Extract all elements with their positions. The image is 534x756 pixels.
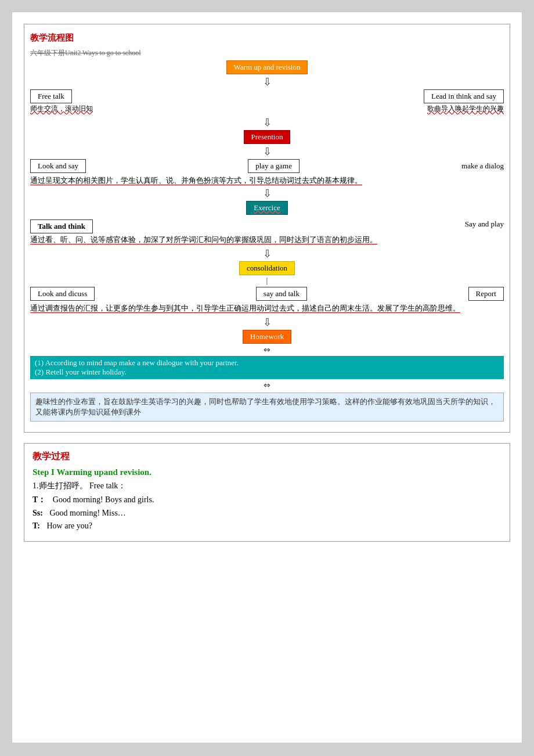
hw-item1-text: (1) According to mind map make a new dia… — [35, 358, 499, 368]
process-title: 教学过程 — [33, 451, 501, 463]
page: 教学流程图 六年级下册Unit2 Ways to go to school Wa… — [12, 12, 522, 743]
speaker-1: Ss: — [33, 509, 43, 517]
flowchart-title: 教学流程图 — [30, 33, 504, 44]
warm-up-box: Warm up and revision — [226, 60, 308, 74]
speaker-2: T: — [33, 521, 40, 530]
lead-in-box: Lead in think and say — [424, 89, 504, 103]
arrow2: ⇩ — [30, 116, 504, 129]
consolidation-desc-text: 通过调查报告的汇报，让更多的学生参与到其中，引导学生正确运用动词过去式，描述自己… — [30, 304, 460, 313]
arrow4: ⇩ — [30, 187, 504, 200]
hw-note-text: 趣味性的作业布置，旨在鼓励学生英语学习的兴趣，同时也帮助了学生有效地使用学习策略… — [35, 397, 496, 416]
consolidation-row: consolidation — [30, 261, 504, 275]
talk-think-box: Talk and think — [30, 219, 93, 233]
arrow1: ⇩ — [30, 75, 504, 88]
free-talk-desc: 师生交流，滚动旧知 — [30, 104, 93, 114]
homework-row: Homework — [30, 330, 504, 344]
flowchart-section: 教学流程图 六年级下册Unit2 Ways to go to school Wa… — [24, 24, 510, 433]
step1-title: Step I Warming upand revision. — [33, 467, 501, 477]
arrow6: | — [30, 276, 504, 286]
report-box: Report — [468, 287, 504, 301]
make-dialog-box: make a dialog — [461, 161, 504, 171]
hw-item1: (1) According to mind map make a new dia… — [30, 356, 504, 379]
free-talk-box: Free talk — [30, 89, 72, 103]
arrow3: ⇩ — [30, 145, 504, 158]
crossed-label: 六年级下册Unit2 Ways to go to school — [30, 48, 504, 58]
lead-in-desc: 歌曲导入唤起学生的兴趣 — [427, 104, 504, 114]
arrow8: ⇔ — [30, 345, 504, 355]
arrow5: ⇩ — [30, 247, 504, 260]
presentation-desc: 通过呈现文本的相关图片，学生认真听、说、并角色扮演等方式，引导总结动词过去式的基… — [30, 175, 504, 186]
arrow9: ⇔ — [30, 380, 504, 390]
say-play-box: Say and play — [465, 219, 504, 229]
text-2: How are you? — [46, 521, 92, 530]
exercise-box: Exercice — [246, 201, 287, 215]
consolidation-desc: 通过调查报告的汇报，让更多的学生参与到其中，引导学生正确运用动词过去式，描述自己… — [30, 303, 504, 314]
say-talk-box: say and talk — [256, 287, 307, 301]
presentation-box: Presention — [244, 130, 291, 144]
dialogue-line-0: T： Good morning! Boys and girls. — [33, 495, 501, 505]
talk-think-desc-text: 通过看、听、问、说等感官体验，加深了对所学词汇和问句的掌握级巩固，同时达到了语言… — [30, 235, 377, 244]
hw-note: 趣味性的作业布置，旨在鼓励学生英语学习的兴趣，同时也帮助了学生有效地使用学习策略… — [30, 393, 504, 422]
text-1: Good morning! Miss… — [49, 509, 125, 517]
look-discuss-box: Look and dicuss — [30, 287, 95, 301]
exercise-row: Exercice — [30, 201, 504, 215]
play-game-box: play a game — [248, 159, 300, 173]
step1-intro: 1.师生打招呼。 Free talk： — [33, 481, 501, 491]
look-say-box: Look and say — [30, 159, 86, 173]
consolidation-box: consolidation — [239, 261, 295, 275]
warm-up-row: Warm up and revision — [30, 60, 504, 74]
dialogue-line-1: Ss: Good morning! Miss… — [33, 509, 501, 518]
dialogue-line-2: T: How are you? — [33, 521, 501, 531]
presentation-row: Presention — [30, 130, 504, 144]
homework-box: Homework — [243, 330, 292, 344]
arrow7: ⇩ — [30, 316, 504, 329]
hw-item2-text: (2) Retell your winter holiday. — [35, 368, 499, 377]
presentation-desc-text: 通过呈现文本的相关图片，学生认真听、说、并角色扮演等方式，引导总结动词过去式的基… — [30, 176, 362, 185]
talk-think-desc: 通过看、听、问、说等感官体验，加深了对所学词汇和问句的掌握级巩固，同时达到了语言… — [30, 235, 504, 245]
text-0: Good morning! Boys and girls. — [53, 495, 154, 504]
process-section: 教学过程 Step I Warming upand revision. 1.师生… — [24, 443, 510, 542]
speaker-0: T： — [33, 495, 46, 504]
